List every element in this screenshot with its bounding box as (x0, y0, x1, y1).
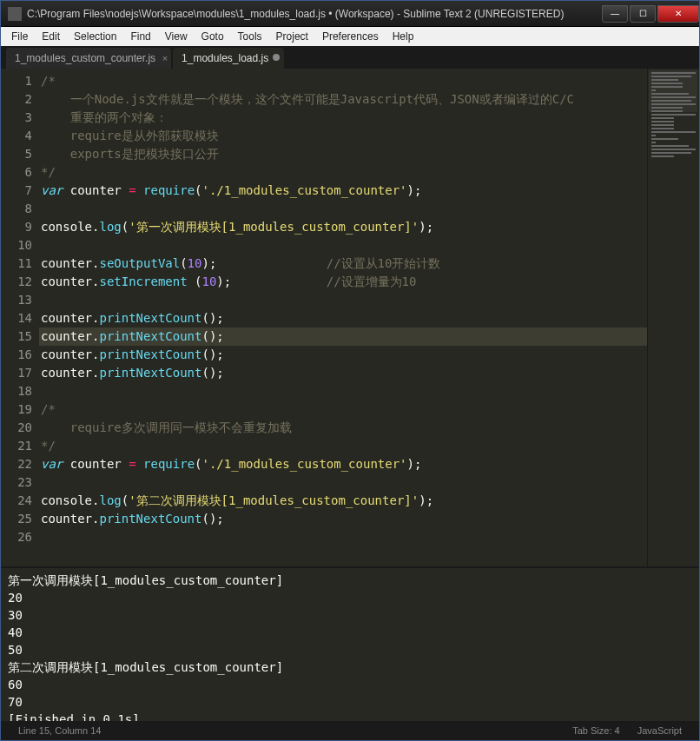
menu-help[interactable]: Help (386, 29, 421, 44)
menu-tools[interactable]: Tools (231, 29, 269, 44)
window-title: C:\Program Files\nodejs\Workspace\module… (27, 8, 600, 20)
menu-goto[interactable]: Goto (195, 29, 231, 44)
minimap[interactable] (647, 69, 699, 566)
maximize-button[interactable]: ☐ (630, 5, 656, 23)
dirty-indicator-icon (273, 54, 280, 61)
titlebar[interactable]: C:\Program Files\nodejs\Workspace\module… (1, 1, 699, 27)
tab-custom-counter[interactable]: 1_modules_custom_counter.js × (6, 48, 171, 69)
menu-file[interactable]: File (4, 29, 35, 44)
status-syntax[interactable]: JavaScript (629, 725, 690, 736)
statusbar: Line 15, Column 14 Tab Size: 4 JavaScrip… (1, 721, 699, 740)
menu-view[interactable]: View (158, 29, 195, 44)
menu-project[interactable]: Project (269, 29, 315, 44)
menu-edit[interactable]: Edit (35, 29, 67, 44)
status-position[interactable]: Line 15, Column 14 (10, 725, 109, 736)
app-icon (8, 7, 22, 21)
code-area[interactable]: /* 一个Node.js文件就是一个模块，这个文件可能是Javascript代码… (39, 69, 647, 566)
menubar: File Edit Selection Find View Goto Tools… (1, 27, 699, 46)
menu-preferences[interactable]: Preferences (315, 29, 386, 44)
tab-label: 1_modules_custom_counter.js (15, 52, 155, 64)
status-tab-size[interactable]: Tab Size: 4 (564, 725, 628, 736)
build-output-panel[interactable]: 第一次调用模块[1_modules_custom_counter] 20 30 … (1, 566, 699, 721)
line-gutter[interactable]: 1234567891011121314151617181920212223242… (1, 69, 39, 566)
window-controls: — ☐ ✕ (600, 5, 699, 23)
minimize-button[interactable]: — (602, 5, 628, 23)
menu-find[interactable]: Find (123, 29, 157, 44)
close-icon[interactable]: × (162, 53, 168, 63)
tab-label: 1_modules_load.js (182, 52, 268, 64)
app-window: C:\Program Files\nodejs\Workspace\module… (0, 0, 700, 741)
tab-modules-load[interactable]: 1_modules_load.js (173, 48, 284, 69)
menu-selection[interactable]: Selection (67, 29, 123, 44)
editor: 1234567891011121314151617181920212223242… (1, 69, 699, 566)
tabbar: 1_modules_custom_counter.js × 1_modules_… (1, 46, 699, 69)
close-button[interactable]: ✕ (657, 5, 699, 23)
minimap-content (651, 72, 696, 159)
